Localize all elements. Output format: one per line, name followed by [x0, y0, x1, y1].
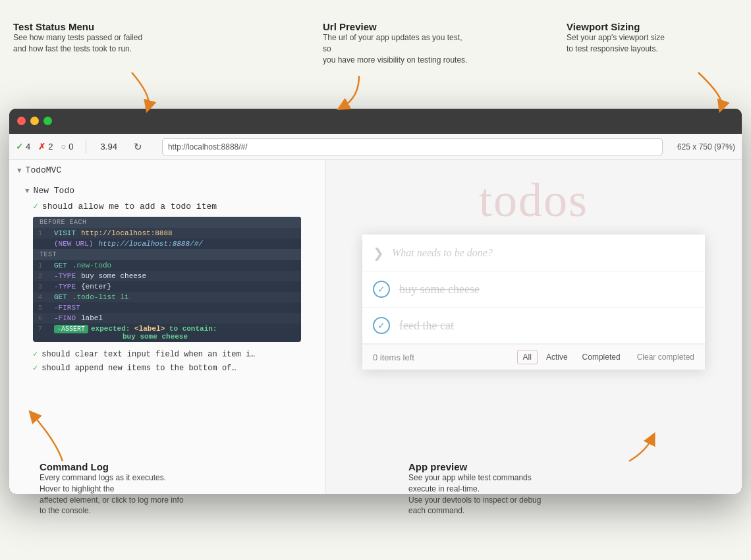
check-icon: ✓ — [16, 142, 23, 152]
title-bar — [9, 109, 742, 134]
test-status-annotation: Test Status Menu See how many tests pass… — [13, 21, 142, 55]
filter-active-button[interactable]: Active — [540, 350, 574, 364]
test-group-header[interactable]: ▼ New Todo — [9, 183, 325, 198]
traffic-lights — [17, 117, 52, 125]
test-pass-icon: ✓ — [33, 349, 38, 359]
url-preview-annotation: Url Preview The url of your app updates … — [323, 21, 468, 65]
todo-checkbox[interactable]: ✓ — [373, 281, 390, 298]
cross-icon: ✗ — [38, 142, 45, 152]
todo-items-left: 0 items left — [373, 352, 517, 362]
code-block: BEFORE EACH 1 VISIT http://localhost:888… — [33, 217, 301, 342]
code-line: 1 VISIT http://localhost:8888 — [33, 228, 301, 238]
clear-completed-button[interactable]: Clear completed — [637, 352, 694, 362]
test-pass-icon: ✓ — [33, 363, 38, 373]
chevron-icon: ▼ — [25, 187, 30, 195]
reload-button[interactable]: ↻ — [129, 138, 148, 156]
main-area: ▼ TodoMVC ▼ New Todo ✓ should allow me t… — [9, 160, 742, 494]
todo-checkbox[interactable]: ✓ — [373, 317, 390, 334]
test-label: TEST — [33, 249, 301, 260]
code-line: 2 -TYPE buy some cheese — [33, 271, 301, 281]
pending-count: ○ 0 — [61, 142, 73, 152]
circle-icon: ○ — [61, 142, 66, 152]
test-root-header[interactable]: ▼ TodoMVC — [9, 160, 325, 181]
todo-item: ✓ feed the cat — [362, 308, 705, 344]
todo-text: feed the cat — [399, 319, 454, 333]
code-line: 5 -FIRST — [33, 302, 301, 313]
status-bar: ✓ 4 ✗ 2 ○ 0 3.94 ↻ http://localhost:8888… — [9, 134, 742, 160]
code-line: 6 -FIND label — [33, 313, 301, 323]
test-item-small[interactable]: ✓ should append new items to the bottom … — [9, 361, 325, 375]
test-panel: ▼ TodoMVC ▼ New Todo ✓ should allow me t… — [9, 160, 325, 494]
code-line-assert: 7 -ASSERT expected: <label> to contain:b… — [33, 323, 301, 342]
test-group: ▼ New Todo ✓ should allow me to add a to… — [9, 181, 325, 378]
test-pass-icon: ✓ — [33, 201, 38, 211]
todo-app: ❯ What needs to be done? ✓ buy some chee… — [362, 235, 705, 370]
test-item[interactable]: ✓ should allow me to add a todo item — [9, 198, 325, 214]
todo-footer: 0 items left All Active Completed Clear … — [362, 344, 705, 370]
code-line: 3 -TYPE {enter} — [33, 281, 301, 292]
pass-count: ✓ 4 — [16, 142, 30, 152]
fail-count: ✗ 2 — [38, 142, 53, 152]
url-bar[interactable]: http://localhost:8888/#/ — [162, 138, 663, 155]
app-preview-annotation: App preview See your app while test comm… — [408, 461, 553, 517]
close-button[interactable] — [17, 117, 26, 125]
command-log-annotation: Command Log Every command logs as it exe… — [40, 461, 184, 517]
test-time: 3.94 — [101, 142, 117, 152]
test-item-small[interactable]: ✓ should clear text input field when an … — [9, 347, 325, 361]
todos-title: todos — [479, 173, 588, 228]
todo-filters: All Active Completed — [517, 350, 626, 364]
filter-completed-button[interactable]: Completed — [576, 350, 626, 364]
todo-item: ✓ buy some cheese — [362, 271, 705, 308]
assert-badge: -ASSERT — [54, 325, 88, 333]
app-panel: todos ❯ What needs to be done? ✓ buy som… — [325, 160, 742, 494]
maximize-button[interactable] — [43, 117, 52, 125]
code-line: 4 GET .todo-list li — [33, 292, 301, 302]
todo-text: buy some cheese — [399, 283, 480, 296]
before-each-label: BEFORE EACH — [33, 217, 301, 228]
arrows-decorative — [0, 0, 751, 560]
minimize-button[interactable] — [30, 117, 39, 125]
chevron-icon: ▼ — [17, 167, 22, 175]
todo-input-placeholder: What needs to be done? — [392, 247, 493, 259]
code-line: 1 GET .new-todo — [33, 260, 301, 271]
browser-window: ✓ 4 ✗ 2 ○ 0 3.94 ↻ http://localhost:8888… — [9, 109, 742, 494]
code-line: (NEW URL) http://localhost:8888/#/ — [33, 238, 301, 249]
divider — [86, 140, 86, 154]
todo-input-area: ❯ What needs to be done? — [362, 235, 705, 271]
viewport-size: 625 x 750 (97%) — [677, 142, 735, 152]
filter-all-button[interactable]: All — [517, 350, 538, 364]
viewport-sizing-annotation: Viewport Sizing Set your app's viewport … — [567, 21, 665, 55]
todo-expand-icon[interactable]: ❯ — [373, 245, 384, 261]
